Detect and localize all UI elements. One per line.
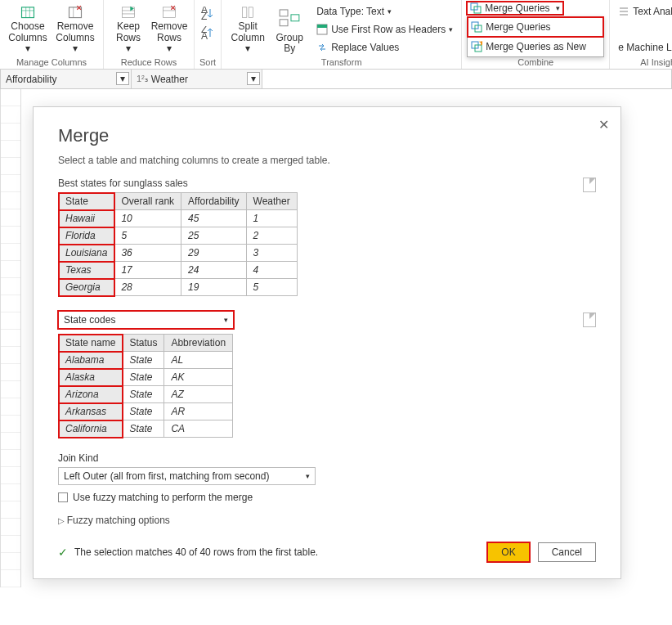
group-label: Reduce Rows [121, 57, 177, 67]
group-sort: AZ ZA Sort [195, 0, 222, 69]
svg-rect-22 [280, 20, 288, 26]
machine-learning-button[interactable]: e Machine Learning [615, 39, 672, 56]
merge-queries-as-new-menu-item[interactable]: ★Merge Queries as New [468, 37, 603, 56]
vision-button-truncated[interactable]: n [615, 21, 672, 38]
table-row: CaliforniaStateCA [59, 420, 233, 438]
filter-dropdown-icon[interactable]: ▾ [116, 72, 129, 85]
sort-desc-icon[interactable]: ZA [200, 26, 215, 41]
row-gutter [0, 89, 21, 587]
group-label: Transform [321, 57, 362, 67]
col-weather[interactable]: Weather [246, 193, 297, 210]
group-by-button[interactable]: Group By [271, 3, 308, 56]
column-label: Affordability [6, 74, 56, 85]
table-row: AlaskaStateAK [59, 369, 233, 386]
group-label: AI Insights [640, 57, 672, 67]
split-column-button[interactable]: Split Column▾ [226, 3, 269, 56]
dialog-subtitle: Select a table and matching columns to c… [58, 155, 596, 166]
keep-rows-button[interactable]: Keep Rows▾ [109, 3, 148, 56]
ok-button[interactable]: OK [487, 542, 529, 562]
svg-rect-19 [243, 7, 247, 18]
table2-selector[interactable]: State codes ▾ [58, 311, 234, 329]
data-type-button[interactable]: Data Type: Text▾ [313, 3, 456, 20]
fuzzy-options-disclosure[interactable]: Fuzzy matching options [58, 515, 596, 526]
remove-rows-icon [156, 5, 182, 20]
file-icon[interactable] [583, 312, 596, 327]
ribbon: Choose Columns▾ Remove Columns▾ Manage C… [0, 0, 672, 70]
choose-columns-button[interactable]: Choose Columns▾ [5, 3, 51, 56]
dialog-title: Merge [58, 125, 596, 146]
group-transform: Split Column▾ Group By Data Type: Text▾ … [222, 0, 462, 69]
table-row: ArkansasStateAR [59, 403, 233, 420]
col-abbrev[interactable]: Abbreviation [164, 335, 233, 352]
column-weather[interactable]: 1²₃ Weather ▾ [132, 70, 262, 88]
group-reduce-rows: Keep Rows▾ Remove Rows▾ Reduce Rows [104, 0, 195, 69]
table-header-icon [316, 24, 328, 35]
cancel-button[interactable]: Cancel [538, 542, 596, 562]
table-icon [15, 5, 41, 20]
svg-text:A: A [201, 30, 208, 41]
sort-asc-icon[interactable]: AZ [200, 7, 215, 21]
replace-values-button[interactable]: Replace Values [313, 39, 456, 56]
col-status[interactable]: Status [123, 335, 164, 352]
check-icon: ✓ [58, 546, 68, 559]
group-label: Sort [199, 57, 216, 67]
table-header-row: State name Status Abbreviation [59, 335, 233, 352]
replace-icon [316, 42, 328, 53]
table-row: AlabamaStateAL [59, 352, 233, 369]
column-affordability[interactable]: Affordability ▾ [1, 70, 132, 88]
svg-text:Z: Z [201, 11, 207, 21]
col-rank[interactable]: Overall rank [114, 193, 181, 210]
table1-name: Best states for sunglass sales [58, 178, 188, 189]
table2-preview[interactable]: State name Status Abbreviation AlabamaSt… [58, 334, 233, 438]
file-icon[interactable] [583, 178, 596, 192]
merge-icon [471, 21, 482, 33]
lines-icon [618, 6, 629, 17]
table-row: Florida5252 [59, 227, 298, 245]
svg-rect-21 [280, 10, 288, 16]
table-row: Texas17244 [59, 262, 298, 279]
checkbox-icon [58, 492, 68, 502]
text-analytics-button[interactable]: Text Analytics [615, 3, 672, 20]
merge-dialog: ✕ Merge Select a table and matching colu… [33, 106, 621, 579]
select-value: State codes [64, 314, 115, 326]
group-label: Combine [517, 57, 553, 67]
checkbox-label: Use fuzzy matching to perform the merge [73, 492, 253, 503]
table1-preview[interactable]: State Overall rank Affordability Weather… [58, 192, 298, 296]
group-ai-insights: Text Analytics n e Machine Learning AI I… [610, 0, 672, 69]
table-row: Louisiana36293 [59, 245, 298, 262]
join-kind-select[interactable]: Left Outer (all from first, matching fro… [58, 467, 316, 485]
first-row-headers-button[interactable]: Use First Row as Headers▾ [313, 21, 456, 38]
select-value: Left Outer (all from first, matching fro… [64, 470, 269, 482]
svg-rect-23 [291, 15, 299, 21]
chevron-down-icon: ▾ [306, 472, 310, 480]
table-row: Georgia28195 [59, 279, 298, 296]
merge-icon [470, 2, 482, 14]
svg-rect-20 [249, 7, 253, 18]
filter-dropdown-icon[interactable]: ▾ [247, 72, 260, 85]
group-icon [276, 5, 302, 31]
svg-text:★: ★ [478, 41, 482, 48]
keep-rows-icon [115, 5, 141, 20]
col-state[interactable]: State [59, 193, 114, 210]
merge-queries-button[interactable]: Merge Queries▾ [467, 2, 563, 15]
grid-column-headers: Affordability ▾ 1²₃ Weather ▾ [0, 70, 672, 89]
table-header-row: State Overall rank Affordability Weather [59, 193, 298, 210]
svg-rect-25 [317, 25, 327, 28]
svg-rect-0 [22, 7, 34, 18]
col-afford[interactable]: Affordability [181, 193, 246, 210]
group-label: Manage Columns [16, 57, 87, 67]
column-label: Weather [151, 74, 188, 85]
remove-columns-button[interactable]: Remove Columns▾ [52, 3, 98, 56]
join-kind-label: Join Kind [58, 452, 596, 464]
close-icon[interactable]: ✕ [598, 117, 609, 133]
merge-queries-menu-item[interactable]: Merge Queries [468, 17, 603, 37]
chevron-down-icon: ▾ [224, 316, 228, 324]
merge-new-icon: ★ [471, 41, 482, 52]
table-row: Hawaii10451 [59, 210, 298, 227]
col-state-name[interactable]: State name [59, 335, 123, 352]
status-text: The selection matches 40 of 40 rows from… [74, 546, 318, 558]
fuzzy-matching-checkbox[interactable]: Use fuzzy matching to perform the merge [58, 492, 596, 503]
group-combine: Merge Queries▾ Merge Queries ★Merge Quer… [462, 0, 610, 69]
remove-rows-button[interactable]: Remove Rows▾ [150, 3, 189, 56]
remove-column-icon [62, 5, 88, 20]
